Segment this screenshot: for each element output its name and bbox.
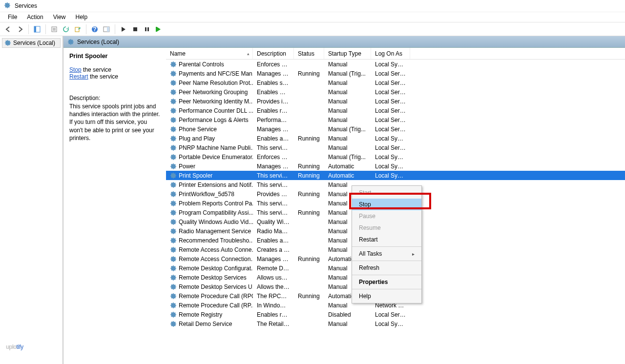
service-desc: Enforces gr... [253, 154, 294, 161]
service-name: Phone Service [179, 126, 217, 133]
service-desc: This service ... [253, 182, 294, 188]
forward-button[interactable] [15, 24, 25, 35]
service-status: Running [294, 256, 324, 263]
description-text: This service spools print jobs and handl… [69, 102, 160, 142]
column-headers: Name▴ Description Status Startup Type Lo… [166, 48, 625, 60]
tree-node-services-local[interactable]: Services (Local) [2, 38, 61, 48]
show-hide-tree-button[interactable] [32, 24, 42, 35]
stop-link[interactable]: Stop [69, 66, 82, 73]
gear-icon [170, 256, 177, 263]
service-desc: Enables rem... [253, 311, 294, 318]
service-row[interactable]: Phone ServiceManages th...Manual (Trig..… [166, 124, 625, 134]
gear-icon [67, 39, 74, 45]
col-status[interactable]: Status [294, 48, 324, 59]
gear-icon [170, 200, 177, 207]
service-desc: Provides su... [253, 191, 294, 198]
gear-icon [170, 311, 177, 318]
service-startup: Manual [324, 89, 371, 96]
service-status: Running [294, 293, 324, 300]
service-name: PrintWorkflow_5d578 [179, 191, 234, 198]
gear-icon [170, 144, 177, 151]
service-desc: Enforces pa... [253, 61, 294, 68]
pause-service-button[interactable] [142, 24, 152, 35]
service-startup: Manual (Trig... [324, 126, 371, 133]
service-row[interactable]: PNRP Machine Name Publi...This service .… [166, 143, 625, 152]
service-row[interactable]: Peer Networking Identity M...Provides id… [166, 97, 625, 106]
service-logon: Local Syste... [371, 135, 410, 142]
service-logon: Local Service [371, 117, 410, 123]
service-name: Remote Procedure Call (RP... [179, 302, 253, 309]
help-button[interactable]: ? [89, 24, 100, 35]
gear-icon [170, 61, 177, 68]
gear-icon [170, 163, 177, 170]
back-button[interactable] [3, 24, 14, 35]
gear-icon [170, 98, 177, 105]
menu-file[interactable]: File [3, 12, 22, 22]
properties-button[interactable] [49, 24, 60, 35]
service-row[interactable]: Peer Networking GroupingEnables mul...Ma… [166, 87, 625, 97]
service-name: Peer Networking Grouping [179, 89, 248, 96]
action-pane-button[interactable] [101, 24, 112, 35]
service-name: Payments and NFC/SE Man... [179, 70, 253, 77]
stop-service-button[interactable] [130, 24, 141, 35]
service-row[interactable]: Remote RegistryEnables rem...DisabledLoc… [166, 310, 625, 319]
service-name: Remote Procedure Call (RPC) [179, 293, 253, 300]
service-row[interactable]: Performance Logs & AlertsPerformanc...Ma… [166, 115, 625, 124]
start-service-button[interactable] [118, 24, 129, 35]
restart-service-button[interactable] [153, 24, 164, 35]
col-startup[interactable]: Startup Type [324, 48, 371, 59]
title-bar: Services [0, 0, 625, 12]
ctx-refresh[interactable]: Refresh [352, 262, 421, 274]
service-name: PNRP Machine Name Publi... [179, 144, 253, 151]
service-row[interactable]: Retail Demo ServiceThe Retail D...Manual… [166, 319, 625, 328]
ctx-resume: Resume [352, 222, 421, 234]
col-description[interactable]: Description [253, 48, 294, 59]
service-row[interactable]: Parental ControlsEnforces pa...ManualLoc… [166, 60, 625, 69]
service-desc: The RPCSS s... [253, 293, 294, 300]
service-row[interactable]: Print SpoolerThis service ...RunningAuto… [166, 171, 625, 180]
menu-view[interactable]: View [48, 12, 71, 22]
service-desc: Manages di... [253, 256, 294, 263]
service-logon: Local Syste... [371, 154, 410, 161]
export-button[interactable] [72, 24, 83, 35]
menu-help[interactable]: Help [71, 12, 93, 22]
service-desc: Creates a co... [253, 246, 294, 253]
svg-rect-11 [133, 27, 137, 31]
restart-link[interactable]: Restart [69, 73, 88, 80]
service-name: Program Compatibility Assi... [179, 209, 253, 216]
service-row[interactable]: Portable Device Enumerator...Enforces gr… [166, 152, 625, 162]
svg-rect-14 [156, 27, 157, 32]
service-row[interactable]: Performance Counter DLL ...Enables rem..… [166, 106, 625, 115]
service-startup: Manual [324, 135, 371, 142]
menu-action[interactable]: Action [22, 12, 48, 22]
ctx-restart[interactable]: Restart [352, 234, 421, 245]
col-logon[interactable]: Log On As [371, 48, 410, 59]
col-name[interactable]: Name▴ [166, 48, 253, 59]
service-desc: Radio Mana... [253, 228, 294, 235]
service-desc: The Retail D... [253, 321, 294, 327]
service-row[interactable]: Plug and PlayEnables a c...RunningManual… [166, 134, 625, 143]
service-status: Running [294, 70, 324, 77]
ctx-stop[interactable]: Stop [352, 199, 421, 210]
service-desc: Remote Des... [253, 265, 294, 272]
console-tree[interactable]: Services (Local) [0, 36, 63, 364]
chevron-right-icon: ▸ [412, 251, 415, 257]
service-desc: This service ... [253, 172, 294, 179]
gear-icon [170, 283, 177, 290]
svg-rect-13 [147, 27, 149, 31]
svg-rect-1 [34, 26, 36, 32]
services-icon [4, 2, 12, 10]
service-desc: Manages th... [253, 126, 294, 133]
ctx-properties[interactable]: Properties [352, 276, 421, 288]
ctx-all-tasks[interactable]: All Tasks▸ [352, 248, 421, 260]
service-name: Recommended Troublesho... [179, 237, 253, 244]
service-status: Running [294, 209, 324, 216]
service-row[interactable]: PowerManages p...RunningAutomaticLocal S… [166, 162, 625, 171]
gear-icon [170, 70, 177, 77]
gear-icon [170, 154, 177, 161]
service-row[interactable]: Payments and NFC/SE Man...Manages pa...R… [166, 69, 625, 78]
refresh-button[interactable] [61, 24, 71, 35]
ctx-help[interactable]: Help [352, 290, 421, 302]
service-row[interactable]: Peer Name Resolution Prot...Enables serv… [166, 78, 625, 87]
menu-bar: File Action View Help [0, 12, 625, 22]
